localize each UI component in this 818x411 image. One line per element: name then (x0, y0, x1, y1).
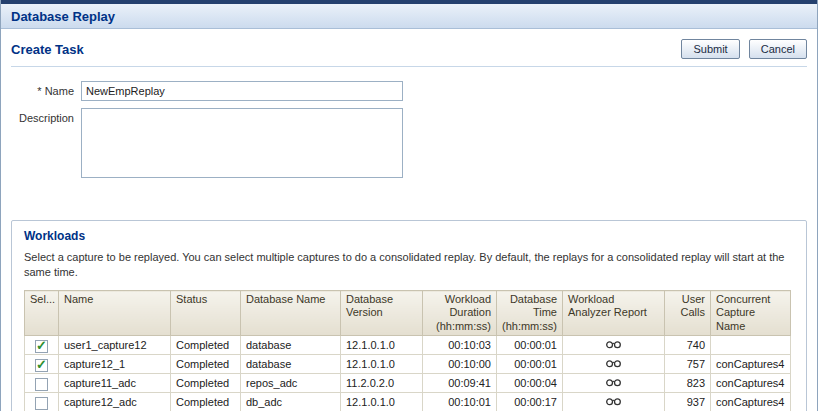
cell-concurrent-capture-name: conCaptures4 (711, 355, 791, 374)
cell-name: capture12_adc (59, 393, 171, 411)
cell-name: capture12_1 (59, 355, 171, 374)
analyzer-report-link[interactable] (606, 397, 621, 406)
analyzer-report-link[interactable] (606, 359, 621, 368)
cell-name: capture11_adc (59, 374, 171, 393)
name-label-text: Name (45, 85, 74, 97)
header-database-time: Database Time (hh:mm:ss) (497, 291, 563, 336)
required-marker: * (37, 85, 41, 97)
task-actions: Submit Cancel (675, 39, 807, 59)
cell-database-version: 11.2.0.2.0 (341, 374, 423, 393)
description-row: Description (1, 108, 817, 178)
create-task-form: * Name Description (1, 81, 817, 178)
cell-database-time: 00:00:17 (497, 393, 563, 411)
cell-database-time: 00:00:01 (497, 355, 563, 374)
name-input[interactable] (81, 81, 403, 101)
name-label: * Name (1, 81, 81, 97)
header-concurrent-capture-name: Concurrent Capture Name (711, 291, 791, 336)
table-row: capture12_1 Completed database 12.1.0.1.… (25, 355, 791, 374)
table-row: capture11_adc Completed repos_adc 11.2.0… (25, 374, 791, 393)
analyzer-report-link[interactable] (606, 340, 621, 349)
header-analyzer-report: Workload Analyzer Report (563, 291, 665, 336)
header-status: Status (171, 291, 241, 336)
cell-concurrent-capture-name: conCaptures4 (711, 374, 791, 393)
cell-database-name: db_adc (241, 393, 341, 411)
table-header-row: Sel... Name Status Database Name Databas… (25, 291, 791, 336)
select-checkbox[interactable] (35, 340, 48, 353)
select-checkbox[interactable] (35, 359, 48, 372)
cell-database-name: repos_adc (241, 374, 341, 393)
header-user-calls: User Calls (665, 291, 711, 336)
cancel-button[interactable]: Cancel (749, 39, 807, 59)
cell-status: Completed (171, 355, 241, 374)
header-database-version: Database Version (341, 291, 423, 336)
brand-bar: Database Replay (1, 4, 817, 29)
glasses-icon (606, 378, 621, 387)
analyzer-report-link[interactable] (606, 378, 621, 387)
cell-user-calls: 937 (665, 393, 711, 411)
table-row: user1_capture12 Completed database 12.1.… (25, 336, 791, 355)
header-database-name: Database Name (241, 291, 341, 336)
cell-status: Completed (171, 336, 241, 355)
cell-workload-duration: 00:10:01 (423, 393, 497, 411)
cell-status: Completed (171, 374, 241, 393)
header-workload-duration: Workload Duration (hh:mm:ss) (423, 291, 497, 336)
cell-database-version: 12.1.0.1.0 (341, 336, 423, 355)
workloads-title: Workloads (24, 229, 794, 243)
glasses-icon (606, 340, 621, 349)
select-checkbox[interactable] (35, 397, 48, 410)
workloads-panel: Workloads Select a capture to be replaye… (11, 220, 807, 411)
cell-user-calls: 757 (665, 355, 711, 374)
glasses-icon (606, 359, 621, 368)
header-separator (11, 66, 807, 67)
cell-workload-duration: 00:10:00 (423, 355, 497, 374)
cell-workload-duration: 00:09:41 (423, 374, 497, 393)
header-name: Name (59, 291, 171, 336)
cell-database-time: 00:00:04 (497, 374, 563, 393)
cell-status: Completed (171, 393, 241, 411)
select-checkbox[interactable] (35, 378, 48, 391)
cell-database-version: 12.1.0.1.0 (341, 355, 423, 374)
task-title: Create Task (11, 42, 84, 57)
page-title: Database Replay (11, 9, 115, 24)
workloads-instructions: Select a capture to be replayed. You can… (24, 250, 786, 279)
description-label: Description (1, 108, 81, 124)
submit-button[interactable]: Submit (681, 39, 739, 59)
cell-concurrent-capture-name (711, 336, 791, 355)
cell-database-version: 12.1.0.1.0 (341, 393, 423, 411)
cell-concurrent-capture-name: conCaptures4 (711, 393, 791, 411)
task-header: Create Task Submit Cancel (1, 29, 817, 66)
header-select: Sel... (25, 291, 59, 336)
cell-user-calls: 823 (665, 374, 711, 393)
cell-database-name: database (241, 336, 341, 355)
cell-database-name: database (241, 355, 341, 374)
workloads-table: Sel... Name Status Database Name Databas… (24, 290, 791, 411)
cell-name: user1_capture12 (59, 336, 171, 355)
description-input[interactable] (81, 108, 403, 178)
glasses-icon (606, 397, 621, 406)
cell-database-time: 00:00:01 (497, 336, 563, 355)
table-row: capture12_adc Completed db_adc 12.1.0.1.… (25, 393, 791, 411)
cell-workload-duration: 00:10:03 (423, 336, 497, 355)
cell-user-calls: 740 (665, 336, 711, 355)
name-row: * Name (1, 81, 817, 101)
